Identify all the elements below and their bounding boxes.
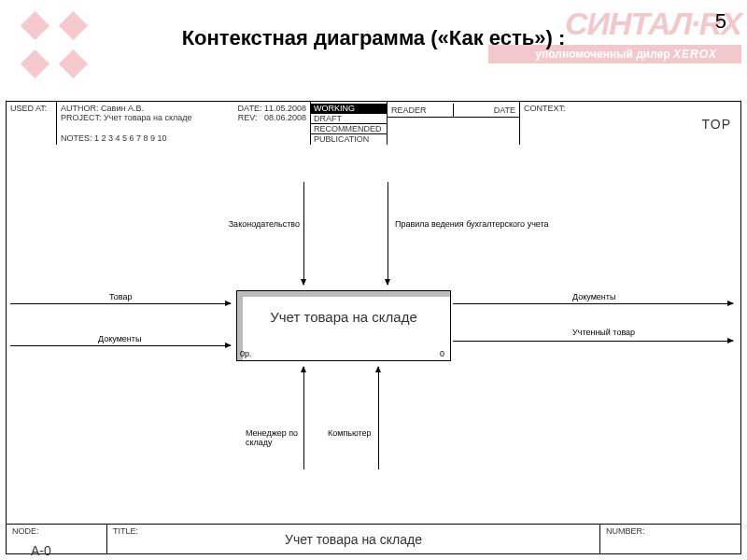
- input-arrow-2: [10, 345, 231, 346]
- input-arrow-1: [10, 303, 231, 304]
- box-corner-right: 0: [440, 349, 444, 358]
- output-arrow-1: [453, 303, 733, 304]
- idef0-footer: NODE: A-0 TITLE: Учет товара на складе N…: [7, 524, 740, 553]
- hdr-context: CONTEXT: TOP: [520, 102, 740, 145]
- ftr-title: TITLE: Учет товара на складе: [107, 525, 600, 553]
- ftr-number: NUMBER:: [600, 525, 740, 553]
- mechanism-arrow-1: [303, 367, 304, 469]
- function-box: [236, 290, 451, 361]
- control-arrow-2: [388, 182, 388, 285]
- output-label-1: Документы: [572, 292, 615, 301]
- slide-title: Контекстная диаграмма («Как есть») :: [0, 26, 747, 50]
- diagram-canvas: Учет товара на складе 0р. 0 Законодатель…: [7, 145, 740, 524]
- hdr-reader: READER DATE: [388, 102, 520, 145]
- hdr-meta: AUTHOR: Савин А.В. DATE: 11.05.2008 PROJ…: [57, 102, 311, 145]
- mechanism-arrow-2: [378, 367, 379, 469]
- output-label-2: Учтенный товар: [572, 328, 638, 337]
- mechanism-label-2: Компьютер: [328, 428, 372, 438]
- control-arrow-1: [303, 182, 304, 285]
- input-label-1: Товар: [109, 292, 133, 301]
- mechanism-label-1: Менеджер по складу: [246, 428, 311, 447]
- box-corner-left: 0р.: [240, 349, 252, 358]
- idef0-frame: USED AT: AUTHOR: Савин А.В. DATE: 11.05.…: [6, 101, 741, 554]
- control-label-1: Законодательство: [223, 219, 300, 229]
- hdr-used-at: USED AT:: [7, 102, 57, 145]
- function-label: Учет товара на складе: [242, 309, 445, 325]
- output-arrow-2: [453, 341, 733, 342]
- ftr-node: NODE: A-0: [7, 525, 107, 553]
- input-label-2: Документы: [98, 334, 141, 343]
- control-label-2: Правила ведения бухгалтерского учета: [395, 219, 549, 229]
- hdr-status: WORKING DRAFT RECOMMENDED PUBLICATION: [311, 102, 388, 145]
- idef0-header: USED AT: AUTHOR: Савин А.В. DATE: 11.05.…: [7, 102, 740, 145]
